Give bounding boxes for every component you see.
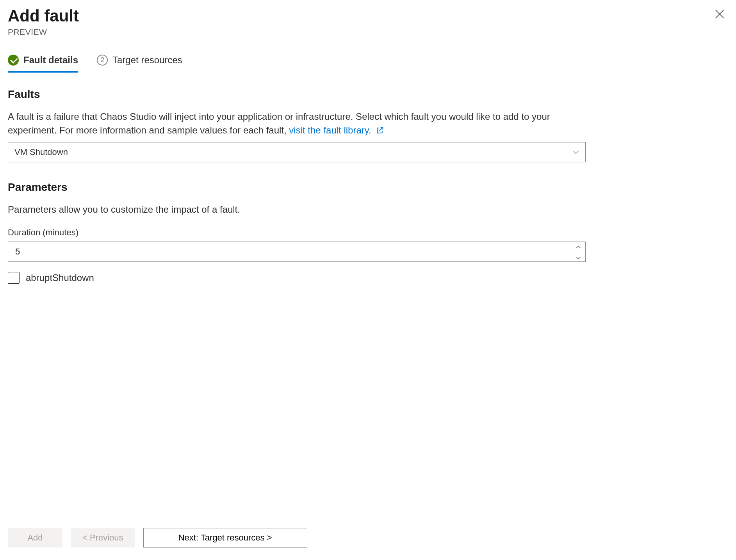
abrupt-shutdown-checkbox[interactable]	[8, 272, 20, 284]
duration-input[interactable]	[14, 246, 567, 257]
abrupt-shutdown-row: abruptShutdown	[8, 272, 586, 284]
checkmark-icon	[8, 55, 19, 66]
duration-label: Duration (minutes)	[8, 228, 586, 238]
add-button: Add	[8, 528, 62, 548]
number-spinner	[575, 241, 581, 262]
next-button[interactable]: Next: Target resources >	[143, 528, 307, 548]
wizard-tabs: Fault details 2 Target resources	[0, 37, 736, 73]
close-icon	[714, 15, 725, 21]
previous-button: < Previous	[71, 528, 135, 548]
panel-title: Add fault	[8, 7, 79, 25]
panel-header: Add fault PREVIEW	[0, 0, 736, 37]
parameters-heading: Parameters	[8, 181, 586, 194]
fault-library-link[interactable]: visit the fault library.	[289, 125, 384, 135]
panel-subtitle: PREVIEW	[8, 27, 79, 37]
panel-footer: Add < Previous Next: Target resources >	[0, 517, 736, 560]
fault-select[interactable]: VM Shutdown	[8, 142, 586, 162]
add-fault-panel: Add fault PREVIEW Fault details 2 Target…	[0, 0, 736, 560]
panel-title-block: Add fault PREVIEW	[8, 7, 79, 37]
panel-content: Faults A fault is a failure that Chaos S…	[0, 73, 593, 283]
fault-select-value: VM Shutdown	[14, 147, 68, 157]
tab-label: Target resources	[112, 55, 182, 66]
abrupt-shutdown-label: abruptShutdown	[26, 272, 94, 283]
close-button[interactable]	[711, 5, 728, 24]
tab-target-resources[interactable]: 2 Target resources	[97, 55, 182, 73]
faults-description: A fault is a failure that Chaos Studio w…	[8, 110, 586, 137]
external-link-icon	[376, 124, 384, 132]
spinner-down-icon[interactable]	[575, 252, 581, 262]
chevron-down-icon	[572, 148, 580, 156]
step-number-badge: 2	[97, 55, 108, 66]
faults-heading: Faults	[8, 88, 586, 101]
tab-label: Fault details	[23, 55, 78, 66]
duration-input-wrapper	[8, 242, 586, 262]
parameters-description: Parameters allow you to customize the im…	[8, 203, 586, 217]
tab-fault-details[interactable]: Fault details	[8, 55, 78, 73]
spinner-up-icon[interactable]	[575, 241, 581, 251]
